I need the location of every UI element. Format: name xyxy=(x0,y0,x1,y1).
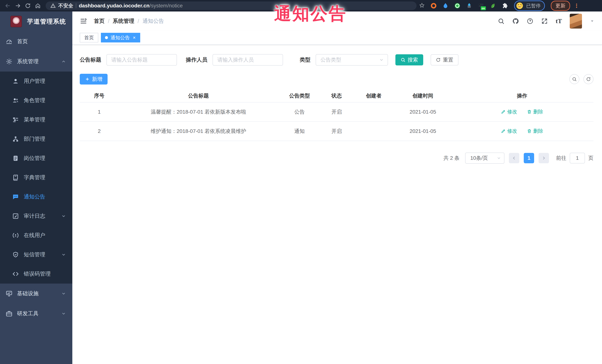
chevron-down-icon xyxy=(61,252,66,257)
sidebar-item-dev-tools[interactable]: 研发工具 xyxy=(0,304,72,324)
sidebar-item-roles[interactable]: 角色管理 xyxy=(0,91,72,110)
reset-button[interactable]: 重置 xyxy=(431,54,458,65)
code-icon xyxy=(12,270,19,277)
bookmark-star-icon[interactable] xyxy=(419,3,425,9)
users-icon xyxy=(12,97,19,104)
goto-page-input[interactable] xyxy=(570,153,585,164)
chevron-down-icon xyxy=(497,156,501,160)
search-button[interactable]: 搜索 xyxy=(395,54,423,65)
sidebar-item-label: 用户管理 xyxy=(24,77,45,85)
cell-actions: 修改 删除 xyxy=(451,102,593,122)
tab-notice[interactable]: 通知公告 xyxy=(101,33,140,42)
sidebar-logo-row[interactable]: 芋道管理系统 xyxy=(0,11,72,31)
delete-button[interactable]: 删除 xyxy=(527,128,543,134)
content: 公告标题 操作人员 类型 公告类型 搜索 xyxy=(72,45,602,164)
col-seq: 序号 xyxy=(80,89,119,102)
omnibox-divider xyxy=(76,3,76,8)
chevron-down-icon xyxy=(61,311,66,316)
reload-icon[interactable] xyxy=(24,2,32,10)
delete-button[interactable]: 删除 xyxy=(527,108,543,115)
sidebar-item-label: 岗位管理 xyxy=(24,155,45,162)
notice-type-select[interactable]: 公告类型 xyxy=(316,54,388,66)
cell-title: 温馨提醒：2018-07-01 若依新版本发布啦 xyxy=(119,102,278,122)
breadcrumb-separator: / xyxy=(138,18,139,24)
search-button-label: 搜索 xyxy=(408,56,418,63)
notice-title-input[interactable] xyxy=(107,54,177,66)
sidebar-item-users[interactable]: 用户管理 xyxy=(0,72,72,91)
search-icon xyxy=(401,57,405,62)
edit-button[interactable]: 修改 xyxy=(501,128,517,134)
sidebar-item-system[interactable]: 系统管理 xyxy=(0,52,72,72)
operator-input[interactable] xyxy=(213,54,283,66)
breadcrumb: 首页 / 系统管理 / 通知公告 xyxy=(94,17,164,25)
sidebar-item-sms[interactable]: 短信管理 xyxy=(0,245,72,264)
sidebar-item-label: 字典管理 xyxy=(24,174,45,181)
extension-orange-ring-icon[interactable] xyxy=(430,2,437,10)
col-status: 状态 xyxy=(321,89,352,102)
url-text: dashboard.yudao.iocoder.cn/system/notice xyxy=(79,3,183,9)
extension-green-circle-icon[interactable] xyxy=(454,2,461,10)
fullscreen-icon[interactable] xyxy=(541,18,548,24)
forward-icon[interactable] xyxy=(14,2,22,10)
trash-icon xyxy=(527,129,532,134)
edit-label: 修改 xyxy=(507,128,517,134)
paused-label: 已暂停 xyxy=(526,3,541,9)
extension-onetab-icon[interactable]: on xyxy=(477,2,485,10)
sidebar-item-home[interactable]: 首页 xyxy=(0,31,72,52)
sidebar-item-notices[interactable]: 通知公告 xyxy=(0,187,72,207)
avatar-caret-icon[interactable] xyxy=(590,19,595,23)
sidebar-item-menus[interactable]: 菜单管理 xyxy=(0,110,72,129)
user-avatar[interactable] xyxy=(570,14,582,29)
browser-menu-icon[interactable] xyxy=(574,3,579,9)
header-actions: tT xyxy=(498,14,595,29)
search-icon[interactable] xyxy=(498,18,505,24)
extensions-puzzle-icon[interactable] xyxy=(501,2,508,10)
hamburger-icon[interactable] xyxy=(80,18,87,24)
page-size-select[interactable]: 10条/页 xyxy=(465,153,505,164)
cell-status: 开启 xyxy=(321,102,352,122)
back-icon[interactable] xyxy=(4,2,11,10)
edit-button[interactable]: 修改 xyxy=(501,108,517,115)
github-icon[interactable] xyxy=(512,18,519,24)
font-size-icon[interactable]: tT xyxy=(556,18,562,25)
extension-on-badge: on xyxy=(481,6,486,10)
system-submenu: 用户管理 角色管理 菜单管理 xyxy=(0,72,72,284)
breadcrumb-home[interactable]: 首页 xyxy=(94,17,105,25)
page-number-button[interactable]: 1 xyxy=(524,153,534,163)
chrome-update-button[interactable]: 更新 xyxy=(551,1,570,11)
delete-label: 删除 xyxy=(533,128,543,134)
sidebar-item-error-codes[interactable]: 错误码管理 xyxy=(0,264,72,284)
refresh-table-button[interactable] xyxy=(583,74,593,84)
url-host: dashboard.yudao.iocoder.cn xyxy=(79,3,150,9)
pencil-icon xyxy=(501,129,506,134)
profile-paused-badge[interactable]: 已暂停 xyxy=(514,0,545,11)
breadcrumb-system[interactable]: 系统管理 xyxy=(113,17,134,25)
sidebar-item-dicts[interactable]: 字典管理 xyxy=(0,168,72,187)
help-icon[interactable] xyxy=(527,18,533,24)
shield-check-icon xyxy=(12,251,19,258)
home-icon[interactable] xyxy=(34,2,42,10)
extension-blue-drop-icon[interactable] xyxy=(442,2,449,10)
sidebar-item-posts[interactable]: 岗位管理 xyxy=(0,149,72,168)
address-bar[interactable]: 不安全 dashboard.yudao.iocoder.cn/system/no… xyxy=(46,1,417,10)
sidebar-item-departments[interactable]: 部门管理 xyxy=(0,129,72,149)
tab-home[interactable]: 首页 xyxy=(80,33,98,42)
refresh-icon xyxy=(436,57,441,62)
close-icon[interactable] xyxy=(132,36,136,40)
sidebar-item-online-users[interactable]: 在线用户 xyxy=(0,226,72,245)
extension-blue-gem-icon[interactable] xyxy=(465,2,473,10)
sidebar-item-audit-logs[interactable]: 审计日志 xyxy=(0,207,72,226)
sidebar-item-infrastructure[interactable]: 基础设施 xyxy=(0,284,72,304)
toggle-search-button[interactable] xyxy=(569,74,579,84)
add-button[interactable]: 新增 xyxy=(80,74,108,84)
user-icon xyxy=(12,78,19,84)
next-page-button[interactable] xyxy=(538,153,549,163)
extension-leaf-icon[interactable] xyxy=(489,2,497,10)
prev-page-button[interactable] xyxy=(509,153,519,163)
table-header-row: 序号 公告标题 公告类型 状态 创建者 创建时间 操作 xyxy=(80,89,593,102)
sidebar-item-label: 部门管理 xyxy=(24,135,45,143)
cell-seq: 2 xyxy=(80,122,119,141)
monitor-chart-icon xyxy=(6,290,13,297)
screen: 不安全 dashboard.yudao.iocoder.cn/system/no… xyxy=(0,0,602,364)
overlay-watermark-text: 通知公告 xyxy=(274,2,347,25)
